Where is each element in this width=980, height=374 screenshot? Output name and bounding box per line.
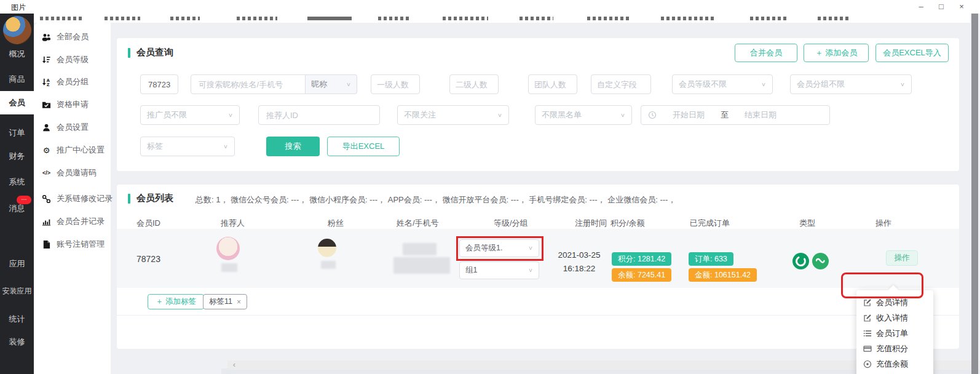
edit-square-icon	[863, 314, 872, 322]
row-group-select[interactable]: 组1∨	[459, 261, 539, 279]
menu-item-member-orders[interactable]: 会员订单	[856, 325, 933, 341]
follow-select[interactable]: 不限关注∨	[397, 105, 509, 125]
menu-item-recharge-balance[interactable]: 充值余额	[856, 356, 933, 372]
sidebar-item-install-apps[interactable]: 安装应用	[0, 286, 34, 296]
code-icon: </>	[42, 169, 51, 178]
add-tag-button[interactable]: ＋ 添加标签	[148, 294, 204, 309]
topnav-fragment	[378, 17, 409, 20]
col-reg-time: 注册时间	[575, 218, 607, 229]
menu-item-payment-password[interactable]: 支付密码	[856, 372, 933, 374]
admin-topnav-cutoff	[34, 14, 970, 23]
merchant-avatar[interactable]	[3, 16, 31, 44]
level1-count-input[interactable]	[371, 74, 420, 94]
menu-item-all-members[interactable]: 全部会员	[42, 31, 89, 42]
menu-item-member-levels[interactable]: 会员等级	[42, 54, 89, 65]
balance-badge: 余额: 7245.41	[612, 268, 671, 282]
keyword-search-input[interactable]	[191, 74, 306, 94]
messages-badge: ⋯	[17, 196, 31, 204]
col-actions: 操作	[875, 218, 891, 229]
users-icon	[42, 33, 51, 42]
close-button[interactable]: ×	[952, 1, 971, 12]
menu-item-label: 会员合并记录	[57, 216, 105, 227]
menu-item-account-cancel[interactable]: 账号注销管理	[42, 239, 105, 250]
sidebar-item-messages[interactable]: 消息	[0, 203, 34, 214]
row-member-id: 78723	[136, 254, 160, 264]
menu-item-label: 关系链修改记录	[57, 193, 113, 204]
points-badge: 积分: 1281.42	[612, 252, 671, 266]
clock-icon	[647, 111, 657, 120]
promoter-select[interactable]: 推广员不限∨	[140, 105, 240, 125]
user-icon	[42, 123, 51, 132]
topnav-fragment	[443, 17, 488, 20]
row-registration-time: 2021-03-25 16:18:22	[551, 249, 607, 276]
menu-item-label: 会员等级	[57, 54, 89, 65]
col-type: 类型	[799, 218, 815, 229]
team-count-input[interactable]	[528, 74, 577, 94]
vertical-scrollbar[interactable]	[971, 14, 978, 374]
sidebar-item-goods[interactable]: 商品	[0, 74, 34, 85]
topnav-fragment	[818, 17, 848, 20]
scroll-left-icon[interactable]: ‹	[230, 360, 239, 370]
topnav-fragment	[105, 17, 140, 20]
tag-close-icon[interactable]: ×	[237, 298, 241, 306]
merge-members-button[interactable]: 合并会员	[735, 44, 797, 62]
title-accent-bar	[128, 194, 130, 204]
referrer-id-input[interactable]	[258, 105, 380, 125]
sidebar-item-decorate[interactable]: 装修	[0, 336, 34, 348]
orders-badge: 订单: 633	[689, 252, 733, 266]
menu-item-relation-log[interactable]: 关系链修改记录	[42, 193, 113, 204]
sidebar-item-system[interactable]: 系统	[0, 177, 34, 188]
level2-count-input[interactable]	[449, 74, 499, 94]
sidebar-item-overview[interactable]: 概况	[0, 49, 34, 60]
sidebar-item-finance[interactable]: 财务	[0, 151, 34, 162]
chevron-down-icon: ∨	[346, 81, 351, 87]
menu-item-income-detail[interactable]: 收入详情	[856, 310, 933, 325]
search-button[interactable]: 搜索	[266, 137, 320, 156]
sidebar-item-orders[interactable]: 订单	[0, 127, 34, 138]
gear-icon: ⚙	[42, 146, 51, 155]
row-action-button[interactable]: 操作	[886, 250, 918, 266]
fan-avatar[interactable]	[318, 239, 336, 257]
menu-item-qualification[interactable]: 资格申请	[42, 99, 89, 110]
row-level-select[interactable]: 会员等级1.∨	[459, 239, 539, 257]
menu-item-merge-log[interactable]: 会员合并记录	[42, 216, 105, 227]
member-excel-import-button[interactable]: 会员EXCEL导入	[875, 44, 949, 62]
minimize-button[interactable]: –	[912, 1, 930, 12]
referrer-avatar[interactable]	[216, 237, 240, 260]
blacklist-select[interactable]: 不限黑名单∨	[535, 105, 632, 125]
export-excel-button[interactable]: 导出EXCEL	[327, 137, 400, 156]
member-group-select[interactable]: 会员分组不限∨	[790, 74, 912, 94]
col-name-phone: 姓名/手机号	[397, 218, 439, 229]
divider	[117, 315, 959, 316]
reg-date: 2021-03-25	[551, 249, 607, 262]
date-range-picker[interactable]: 开始日期 至 结束日期	[641, 105, 830, 125]
menu-item-member-detail[interactable]: 会员详情	[856, 295, 933, 310]
menu-item-label: 会员邀请码	[57, 167, 97, 178]
svg-text:Z: Z	[47, 82, 50, 86]
date-end-placeholder: 结束日期	[745, 109, 776, 121]
tag-select[interactable]: 标签∨	[140, 137, 235, 156]
table-row	[117, 229, 959, 288]
member-id-input[interactable]	[140, 74, 178, 94]
custom-field-input[interactable]	[591, 74, 651, 94]
sidebar-item-members[interactable]: 会员	[0, 97, 34, 108]
date-separator: 至	[721, 109, 729, 121]
menu-item-invite-code[interactable]: </> 会员邀请码	[42, 167, 97, 178]
menu-item-member-settings[interactable]: 会员设置	[42, 122, 89, 133]
col-level-group: 等级/分组	[494, 218, 528, 229]
menu-item-member-groups[interactable]: AZ 会员分组	[42, 76, 89, 87]
member-phone-blurred	[393, 257, 450, 274]
add-member-button[interactable]: ＋ 添加会员	[804, 44, 869, 62]
chevron-down-icon: ∨	[228, 112, 233, 118]
chevron-down-icon: ∨	[223, 143, 228, 149]
menu-item-promotion-settings[interactable]: ⚙ 推广中心设置	[42, 145, 105, 156]
sidebar-item-apps[interactable]: 应用	[0, 258, 34, 269]
chevron-down-icon: ∨	[620, 112, 625, 118]
maximize-button[interactable]: □	[932, 1, 950, 12]
menu-item-recharge-points[interactable]: 充值积分	[856, 341, 933, 356]
member-level-select[interactable]: 会员等级不限∨	[672, 74, 773, 94]
sidebar-item-stats[interactable]: 统计	[0, 314, 34, 325]
topnav-fragment	[40, 17, 83, 20]
date-start-placeholder: 开始日期	[673, 109, 705, 121]
search-field-select[interactable]: 昵称∨	[306, 74, 357, 94]
